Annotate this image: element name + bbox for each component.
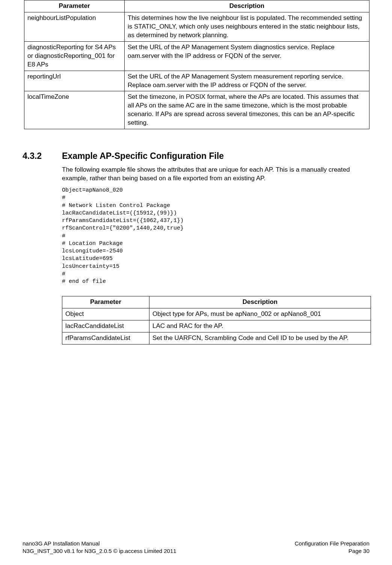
desc-cell: Set the timezone, in POSIX format, where… <box>125 91 369 129</box>
desc-cell: LAC and RAC for the AP. <box>149 320 371 332</box>
section-title: Example AP-Specific Configuration File <box>62 151 224 161</box>
table-row: Object Object type for APs, must be apNa… <box>62 308 371 320</box>
param-cell: rfParamsCandidateList <box>62 332 149 344</box>
footer-section-title: Configuration File Preparation <box>295 540 369 547</box>
table-row: diagnosticReporting for S4 APs or diagno… <box>24 41 369 71</box>
table1-header-description: Description <box>125 0 369 12</box>
table-row: reportingUrl Set the URL of the AP Manag… <box>24 71 369 91</box>
desc-cell: Set the URL of the AP Management System … <box>125 71 369 91</box>
desc-cell: Set the UARFCN, Scrambling Code and Cell… <box>149 332 371 344</box>
desc-cell: Object type for APs, must be apNano_002 … <box>149 308 371 320</box>
section-body: The following example file shows the att… <box>62 166 369 183</box>
page-footer: nano3G AP Installation Manual Configurat… <box>23 540 369 554</box>
table2-header-parameter: Parameter <box>62 296 149 308</box>
parameter-table-1: Parameter Description neighbourListPopul… <box>24 0 369 129</box>
section-number: 4.3.2 <box>23 151 62 161</box>
footer-page-number: Page 30 <box>348 547 369 555</box>
footer-version: N3G_INST_300 v8.1 for N3G_2.0.5 © ip.acc… <box>23 547 176 555</box>
param-cell: neighbourListPopulation <box>24 12 125 41</box>
desc-cell: This determines how the live neighbour l… <box>125 12 369 41</box>
section-heading: 4.3.2 Example AP-Specific Configuration … <box>23 151 369 161</box>
table-row: neighbourListPopulation This determines … <box>24 12 369 41</box>
table2-header-description: Description <box>149 296 371 308</box>
desc-cell: Set the URL of the AP Management System … <box>125 41 369 71</box>
param-cell: localTimeZone <box>24 91 125 129</box>
param-cell: lacRacCandidateList <box>62 320 149 332</box>
parameter-table-2: Parameter Description Object Object type… <box>62 296 371 344</box>
param-cell: Object <box>62 308 149 320</box>
table-row: rfParamsCandidateList Set the UARFCN, Sc… <box>62 332 371 344</box>
code-block: Object=apNano8_020 # # Network Listen Co… <box>62 187 369 286</box>
param-cell: diagnosticReporting for S4 APs or diagno… <box>24 41 125 71</box>
table1-header-parameter: Parameter <box>24 0 125 12</box>
footer-doc-title: nano3G AP Installation Manual <box>23 540 100 547</box>
param-cell: reportingUrl <box>24 71 125 91</box>
table-row: localTimeZone Set the timezone, in POSIX… <box>24 91 369 129</box>
table-row: lacRacCandidateList LAC and RAC for the … <box>62 320 371 332</box>
